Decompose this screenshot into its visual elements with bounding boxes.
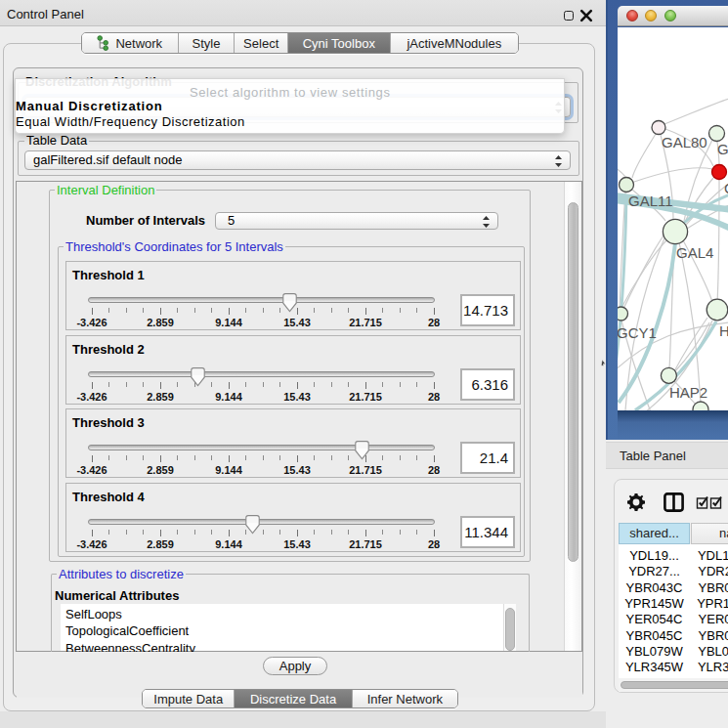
svg-text:H: H	[719, 322, 728, 339]
svg-text:HAP2: HAP2	[669, 384, 707, 401]
svg-text:G: G	[724, 180, 728, 196]
svg-text:GA: GA	[717, 141, 728, 157]
svg-text:GAL4: GAL4	[676, 244, 713, 261]
svg-text:GCY1: GCY1	[618, 324, 657, 341]
svg-text:GAL80: GAL80	[662, 134, 707, 150]
svg-text:GAL11: GAL11	[628, 193, 673, 209]
